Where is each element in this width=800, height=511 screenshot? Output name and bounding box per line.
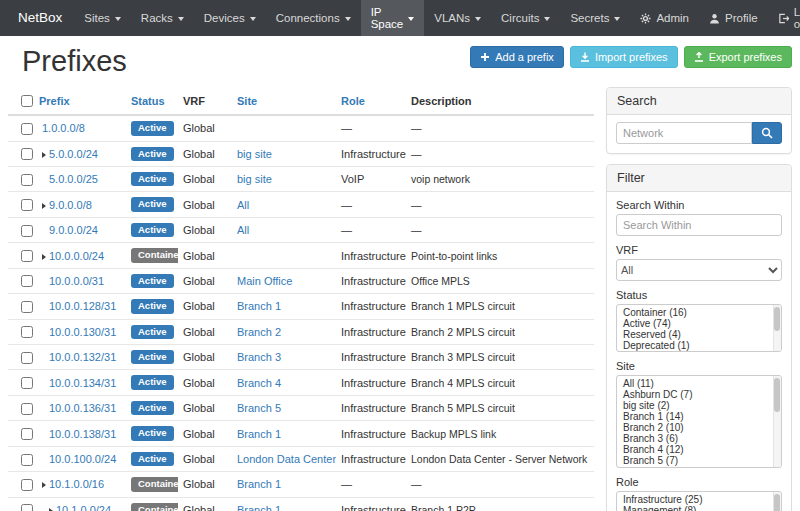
row-checkbox[interactable] (21, 174, 33, 186)
site-link[interactable]: Branch 3 (237, 351, 281, 363)
column-header-label[interactable]: Prefix (39, 95, 70, 107)
role-cell: — (336, 217, 406, 242)
site-link[interactable]: Branch 2 (237, 326, 281, 338)
site-option[interactable]: Branch 2 (10) (617, 422, 781, 433)
prefix-link[interactable]: 5.0.0.0/25 (49, 173, 98, 185)
row-checkbox[interactable] (21, 199, 33, 211)
site-option[interactable]: COLO-1-24 (4) (617, 466, 781, 468)
role-option[interactable]: Infrastructure (25) (617, 494, 781, 505)
nav-item-circuits[interactable]: Circuits (491, 0, 560, 36)
prefix-link[interactable]: 10.0.0.0/31 (49, 275, 104, 287)
site-listbox[interactable]: All (11)Ashburn DC (7)big site (2)Branch… (616, 375, 782, 468)
expand-icon[interactable] (42, 254, 46, 260)
prefix-link[interactable]: 9.0.0.0/24 (49, 224, 98, 236)
expand-icon[interactable] (42, 482, 46, 488)
prefix-link[interactable]: 1.0.0.0/8 (42, 122, 85, 134)
site-option[interactable]: Ashburn DC (7) (617, 389, 781, 400)
vrf-cell: Global (178, 497, 232, 511)
prefix-link[interactable]: 10.0.100.0/24 (49, 453, 116, 465)
nav-item-connections[interactable]: Connections (266, 0, 361, 36)
row-checkbox[interactable] (21, 250, 33, 262)
prefix-link[interactable]: 10.0.0.134/31 (49, 377, 116, 389)
row-checkbox[interactable] (21, 301, 33, 313)
search-button[interactable] (752, 122, 782, 144)
site-option[interactable]: Branch 5 (7) (617, 455, 781, 466)
nav-item-ip-space[interactable]: IP Space (361, 0, 425, 36)
nav-item-profile[interactable]: Profile (699, 0, 768, 36)
row-checkbox[interactable] (21, 454, 33, 466)
prefix-link[interactable]: 10.0.0.128/31 (49, 300, 116, 312)
site-link[interactable]: All (237, 199, 249, 211)
status-option[interactable]: Container (16) (617, 307, 781, 318)
expand-icon[interactable] (42, 152, 46, 158)
row-checkbox[interactable] (21, 403, 33, 415)
vrf-select[interactable]: All (616, 259, 782, 281)
search-input[interactable] (616, 122, 752, 144)
row-checkbox[interactable] (21, 225, 33, 237)
row-checkbox[interactable] (21, 148, 33, 160)
site-option[interactable]: All (11) (617, 378, 781, 389)
scrollbar-thumb[interactable] (774, 307, 780, 331)
nav-item-secrets[interactable]: Secrets (560, 0, 630, 36)
prefix-link[interactable]: 10.1.0.0/24 (56, 504, 111, 511)
site-link[interactable]: big site (237, 173, 272, 185)
site-link[interactable]: Branch 5 (237, 402, 281, 414)
nav-item-log-out[interactable]: Log out (768, 0, 800, 36)
site-link[interactable]: All (237, 224, 249, 236)
nav-item-racks[interactable]: Racks (131, 0, 194, 36)
status-cell: Container (126, 497, 178, 511)
site-option[interactable]: big site (2) (617, 400, 781, 411)
status-option[interactable]: Reserved (4) (617, 329, 781, 340)
select-all-checkbox[interactable] (21, 95, 33, 107)
site-link[interactable]: Branch 1 (237, 504, 281, 511)
prefix-link[interactable]: 10.0.0.0/24 (49, 250, 104, 262)
row-checkbox[interactable] (21, 352, 33, 364)
status-option[interactable]: Deprecated (1) (617, 340, 781, 351)
status-listbox[interactable]: Container (16)Active (74)Reserved (4)Dep… (616, 304, 782, 352)
row-checkbox[interactable] (21, 504, 33, 511)
column-header-label[interactable]: Status (131, 95, 165, 107)
row-checkbox[interactable] (21, 275, 33, 287)
prefix-link[interactable]: 10.0.0.138/31 (49, 428, 116, 440)
column-header-label[interactable]: Site (237, 95, 257, 107)
row-checkbox[interactable] (21, 428, 33, 440)
nav-item-vlans[interactable]: VLANs (424, 0, 491, 36)
brand-link[interactable]: NetBox (6, 0, 74, 36)
nav-item-admin[interactable]: Admin (630, 0, 699, 36)
role-option[interactable]: Management (8) (617, 505, 781, 511)
site-link[interactable]: Branch 1 (237, 428, 281, 440)
scrollbar-thumb[interactable] (774, 494, 780, 511)
prefix-link[interactable]: 5.0.0.0/24 (49, 148, 98, 160)
site-option[interactable]: Branch 1 (14) (617, 411, 781, 422)
prefix-link[interactable]: 9.0.0.0/8 (49, 199, 92, 211)
nav-item-label: VLANs (434, 12, 470, 24)
row-checkbox[interactable] (21, 479, 33, 491)
site-option[interactable]: Branch 3 (6) (617, 433, 781, 444)
nav-item-sites[interactable]: Sites (74, 0, 131, 36)
site-link[interactable]: Branch 1 (237, 478, 281, 490)
add-a-prefix-button[interactable]: Add a prefix (470, 46, 564, 68)
row-checkbox[interactable] (21, 123, 33, 135)
prefix-link[interactable]: 10.0.0.130/31 (49, 326, 116, 338)
search-within-input[interactable] (616, 214, 782, 236)
export-prefixes-button[interactable]: Export prefixes (684, 46, 792, 68)
site-option[interactable]: Branch 4 (12) (617, 444, 781, 455)
expand-icon[interactable] (42, 203, 46, 209)
row-checkbox[interactable] (21, 326, 33, 338)
import-prefixes-button[interactable]: Import prefixes (570, 46, 678, 68)
prefix-link[interactable]: 10.1.0.0/16 (49, 478, 104, 490)
site-link[interactable]: Branch 1 (237, 300, 281, 312)
row-checkbox[interactable] (21, 377, 33, 389)
site-link[interactable]: Branch 4 (237, 377, 281, 389)
site-link[interactable]: big site (237, 148, 272, 160)
status-option[interactable]: Active (74) (617, 318, 781, 329)
site-link[interactable]: London Data Center (237, 453, 336, 465)
row-select-cell (8, 141, 34, 166)
column-header-label[interactable]: Role (341, 95, 365, 107)
prefix-link[interactable]: 10.0.0.132/31 (49, 351, 116, 363)
scrollbar-thumb[interactable] (774, 378, 780, 412)
role-listbox[interactable]: Infrastructure (25)Management (8)Private… (616, 491, 782, 511)
nav-item-devices[interactable]: Devices (194, 0, 266, 36)
prefix-link[interactable]: 10.0.0.136/31 (49, 402, 116, 414)
site-link[interactable]: Main Office (237, 275, 292, 287)
